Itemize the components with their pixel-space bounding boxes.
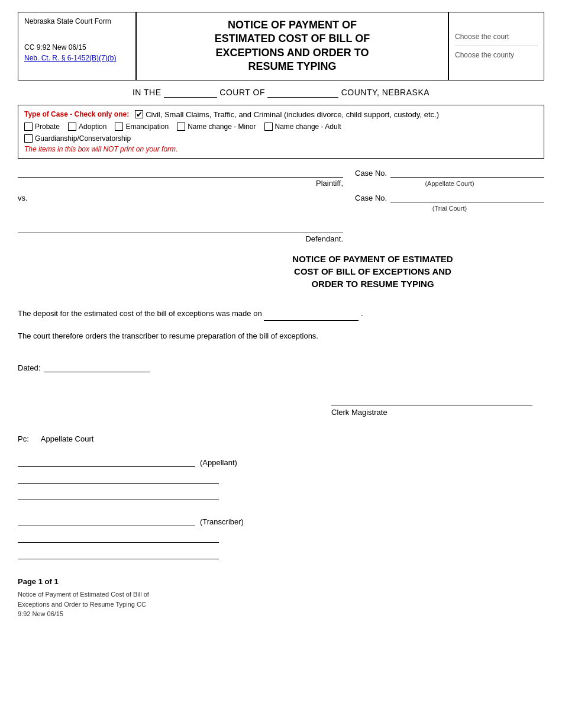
pc-section: Pc: Appellate Court <box>18 434 544 443</box>
probate-checkbox[interactable] <box>24 123 33 131</box>
county-nebraska-label: COUNTY, NEBRASKA <box>341 88 429 97</box>
emancipation-checkbox[interactable] <box>115 123 123 131</box>
transcriber-name-line <box>18 514 195 526</box>
court-line: IN THE COURT OF COUNTY, NEBRASKA <box>18 88 544 98</box>
appellate-court-label: (Appellate Court) <box>355 180 544 187</box>
title-line3: EXCEPTIONS AND ORDER TO <box>143 46 442 60</box>
guardianship-item: Guardianship/Conservatorship <box>24 134 131 143</box>
transcriber-address-line-1 <box>18 531 219 543</box>
appellate-court-pc-label: Appellate Court <box>41 434 94 443</box>
court-of-label: COURT OF <box>219 88 265 97</box>
dated-section: Dated: <box>18 363 544 372</box>
vs-label: vs. <box>18 194 343 202</box>
plaintiff-label: Plaintiff, <box>18 179 343 188</box>
case-type-box: Type of Case - Check only one: ✔ Civil, … <box>18 105 544 159</box>
civil-label: Civil, Small Claims, Traffic, and Crimin… <box>146 110 439 119</box>
page-number: Page 1 of 1 <box>18 577 544 586</box>
doc-title-line3: ORDER TO RESUME TYPING <box>201 278 544 290</box>
emancipation-item: Emancipation <box>115 123 169 131</box>
body-text-1: The deposit for the estimated cost of th… <box>18 307 544 321</box>
transcriber-label: (Transcriber) <box>200 517 244 526</box>
signature-block: Clerk Magistrate <box>18 396 544 417</box>
case-no-appellate-label: Case No. <box>355 169 387 178</box>
appellant-block: (Appellant) <box>18 455 544 500</box>
appellant-name-line <box>18 455 195 467</box>
court-select[interactable]: Choose the court <box>455 33 538 41</box>
form-name: Nebraska State Court Form <box>24 17 130 25</box>
case-type-label: Type of Case - Check only one: <box>24 110 129 118</box>
appellant-address-line-1 <box>18 472 219 484</box>
name-change-minor-checkbox[interactable] <box>177 123 185 131</box>
doc-title-line2: COST OF BILL OF EXCEPTIONS AND <box>201 265 544 278</box>
name-change-adult-item: Name change - Adult <box>264 123 341 131</box>
transcriber-block: (Transcriber) <box>18 514 544 559</box>
form-code: CC 9:92 New 06/15 <box>24 43 130 51</box>
deposit-text-suffix: . <box>361 309 363 318</box>
title-line1: NOTICE OF PAYMENT OF <box>143 18 442 32</box>
adoption-item: Adoption <box>68 123 106 131</box>
statute-link[interactable]: Neb. Ct. R. § 6-1452(B)(7)(b) <box>24 54 130 62</box>
deposit-text-prefix: The deposit for the estimated cost of th… <box>18 309 262 318</box>
name-change-minor-item: Name change - Minor <box>177 123 256 131</box>
emancipation-label: Emancipation <box>125 123 169 131</box>
probate-label: Probate <box>35 123 60 131</box>
in-the-label: IN THE <box>133 88 162 97</box>
defendant-label: Defendant. <box>18 234 343 243</box>
signature-label: Clerk Magistrate <box>331 408 532 417</box>
adoption-label: Adoption <box>79 123 106 131</box>
title-line2: ESTIMATED COST OF BILL OF <box>143 32 442 46</box>
body-text-2: The court therefore orders the transcrib… <box>18 329 544 343</box>
appellant-label: (Appellant) <box>200 458 237 467</box>
pc-prefix: Pc: <box>18 434 29 443</box>
name-change-adult-label: Name change - Adult <box>275 123 341 131</box>
case-no-trial-label: Case No. <box>355 194 387 202</box>
case-type-notice: The items in this box will NOT print on … <box>24 145 538 153</box>
appellant-address-line-2 <box>18 488 219 500</box>
guardianship-checkbox[interactable] <box>24 134 33 143</box>
doc-title-line1: NOTICE OF PAYMENT OF ESTIMATED <box>201 253 544 265</box>
name-change-minor-label: Name change - Minor <box>188 123 256 131</box>
page-footer: Page 1 of 1 Notice of Payment of Estimat… <box>18 577 544 619</box>
probate-item: Probate <box>24 123 60 131</box>
adoption-checkbox[interactable] <box>68 123 76 131</box>
guardianship-label: Guardianship/Conservatorship <box>35 134 131 143</box>
doc-title: NOTICE OF PAYMENT OF ESTIMATED COST OF B… <box>18 253 544 290</box>
civil-checkbox[interactable]: ✔ <box>135 110 143 118</box>
trial-court-label: (Trial Court) <box>355 205 544 212</box>
county-select[interactable]: Choose the county <box>455 51 538 59</box>
name-change-adult-checkbox[interactable] <box>264 123 273 131</box>
dated-label: Dated: <box>18 363 40 372</box>
transcriber-address-line-2 <box>18 547 219 559</box>
title-line4: RESUME TYPING <box>143 60 442 73</box>
footer-note: Notice of Payment of Estimated Cost of B… <box>18 590 544 619</box>
